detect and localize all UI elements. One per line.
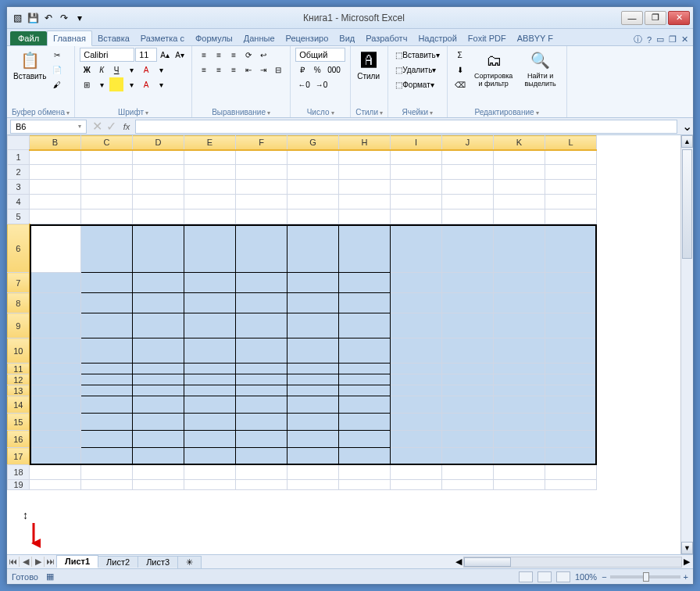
cell-H1[interactable] <box>339 150 391 165</box>
fill-button[interactable]: ⬇ <box>452 63 468 77</box>
cell-B12[interactable] <box>30 374 81 385</box>
cell-D13[interactable] <box>133 385 184 396</box>
cell-F17[interactable] <box>236 448 288 465</box>
cell-B11[interactable] <box>30 364 81 374</box>
align-right-button[interactable]: ≡ <box>227 63 241 77</box>
cell-I2[interactable] <box>391 165 442 180</box>
cell-H2[interactable] <box>339 165 391 180</box>
cell-G18[interactable] <box>288 465 339 480</box>
cell-B19[interactable] <box>30 480 81 490</box>
redo-button[interactable]: ↷ <box>57 11 71 25</box>
cell-B13[interactable] <box>30 385 81 396</box>
cell-I16[interactable] <box>391 431 442 448</box>
cell-I6[interactable] <box>391 224 442 273</box>
cell-E10[interactable] <box>184 338 236 364</box>
cell-C17[interactable] <box>81 448 133 465</box>
cell-H8[interactable] <box>339 293 391 313</box>
cell-L3[interactable] <box>545 180 597 195</box>
cell-K12[interactable] <box>494 374 545 385</box>
cell-J15[interactable] <box>442 414 494 431</box>
cell-E19[interactable] <box>184 480 236 490</box>
cell-B5[interactable] <box>30 210 81 224</box>
cell-G9[interactable] <box>288 313 339 338</box>
zoom-in-button[interactable]: + <box>684 572 688 582</box>
cell-F13[interactable] <box>236 385 288 396</box>
row-header-16[interactable]: 16 <box>8 431 30 448</box>
cell-K14[interactable] <box>494 396 545 414</box>
cell-C18[interactable] <box>81 465 133 480</box>
hscroll-thumb[interactable] <box>464 557 511 567</box>
tab-home[interactable]: Главная <box>47 30 92 46</box>
cell-K18[interactable] <box>494 465 545 480</box>
cell-C9[interactable] <box>81 313 133 338</box>
cell-J8[interactable] <box>442 293 494 313</box>
italic-button[interactable]: К <box>95 63 109 77</box>
cell-E15[interactable] <box>184 414 236 431</box>
cell-L2[interactable] <box>545 165 597 180</box>
row-header-11[interactable]: 11 <box>8 364 30 374</box>
cell-D6[interactable] <box>133 224 184 273</box>
cell-H4[interactable] <box>339 195 391 210</box>
cell-C5[interactable] <box>81 210 133 224</box>
font-name-input[interactable]: Calibri <box>80 48 134 62</box>
cell-C16[interactable] <box>81 431 133 448</box>
cell-I13[interactable] <box>391 385 442 396</box>
cell-I19[interactable] <box>391 480 442 490</box>
cell-B15[interactable] <box>30 414 81 431</box>
cell-F15[interactable] <box>236 414 288 431</box>
cell-G10[interactable] <box>288 338 339 364</box>
cell-G14[interactable] <box>288 396 339 414</box>
cell-G6[interactable] <box>288 224 339 273</box>
cell-B17[interactable] <box>30 448 81 465</box>
sheet-nav-first[interactable]: ⏮ <box>7 557 20 567</box>
cell-D8[interactable] <box>133 293 184 313</box>
insert-cells-button[interactable]: ⬚ Вставить ▾ <box>393 48 441 62</box>
qat-more-button[interactable]: ▾ <box>73 11 87 25</box>
row-header-5[interactable]: 5 <box>8 210 30 224</box>
align-middle-button[interactable]: ≡ <box>212 48 226 62</box>
sheet-tab-3[interactable]: Лист3 <box>138 556 178 568</box>
sheet-nav-prev[interactable]: ◀ <box>20 557 32 567</box>
macro-record-icon[interactable]: ▦ <box>46 571 54 582</box>
cell-E4[interactable] <box>184 195 236 210</box>
fill-color-button[interactable] <box>109 77 123 91</box>
zoom-out-button[interactable]: − <box>602 572 606 582</box>
cell-I7[interactable] <box>391 273 442 293</box>
cell-G19[interactable] <box>288 480 339 490</box>
cell-D4[interactable] <box>133 195 184 210</box>
cell-I18[interactable] <box>391 465 442 480</box>
paste-button[interactable]: 📋 Вставить <box>12 48 48 82</box>
cell-B2[interactable] <box>30 165 81 180</box>
cell-L13[interactable] <box>545 385 597 396</box>
cell-C3[interactable] <box>81 180 133 195</box>
cell-I9[interactable] <box>391 313 442 338</box>
cell-L17[interactable] <box>545 448 597 465</box>
row-header-14[interactable]: 14 <box>8 396 30 414</box>
cell-I5[interactable] <box>391 210 442 224</box>
cell-F4[interactable] <box>236 195 288 210</box>
cell-D19[interactable] <box>133 480 184 490</box>
cell-L16[interactable] <box>545 431 597 448</box>
cell-H5[interactable] <box>339 210 391 224</box>
format-painter-button[interactable]: 🖌 <box>50 77 64 91</box>
cell-C2[interactable] <box>81 165 133 180</box>
font-color-button[interactable]: A <box>139 63 153 77</box>
percent-button[interactable]: % <box>310 63 324 77</box>
increase-decimal-button[interactable]: ←0 <box>295 77 312 91</box>
cell-F2[interactable] <box>236 165 288 180</box>
tab-data[interactable]: Данные <box>238 31 280 45</box>
cell-I10[interactable] <box>391 338 442 364</box>
cell-D2[interactable] <box>133 165 184 180</box>
cell-H17[interactable] <box>339 448 391 465</box>
cell-F6[interactable] <box>236 224 288 273</box>
column-header-B[interactable]: B <box>30 136 81 150</box>
cell-I3[interactable] <box>391 180 442 195</box>
cell-K11[interactable] <box>494 364 545 374</box>
cell-D16[interactable] <box>133 431 184 448</box>
scroll-thumb[interactable] <box>682 149 692 259</box>
cell-D7[interactable] <box>133 273 184 293</box>
align-center-button[interactable]: ≡ <box>212 63 226 77</box>
cell-B3[interactable] <box>30 180 81 195</box>
cell-G2[interactable] <box>288 165 339 180</box>
ribbon-help-icon[interactable]: ? <box>647 35 652 45</box>
